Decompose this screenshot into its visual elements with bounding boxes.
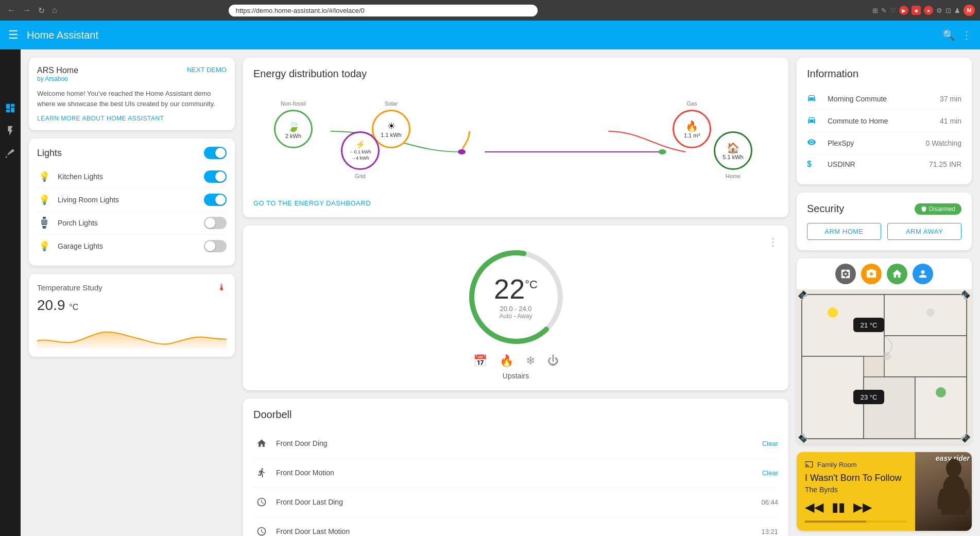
thermostat-dial-container: 22°C 20.0 - 24.0 Auto - Away	[467, 248, 565, 346]
music-progress-bar	[805, 521, 907, 523]
usdinr-value: 71.25 INR	[929, 160, 961, 168]
thermostat-fan-button[interactable]: ❄	[526, 354, 535, 368]
fp-icon-home[interactable]	[887, 264, 907, 284]
back-button[interactable]: ←	[5, 4, 18, 17]
ha-topbar: ☰ Home Assistant 🔍 ⋮	[0, 21, 980, 49]
svg-text:23 °C: 23 °C	[861, 393, 878, 401]
energy-dashboard-link[interactable]: GO TO THE ENERGY DASHBOARD	[253, 199, 778, 207]
sidebar-item-dashboard[interactable]	[1, 99, 20, 117]
music-poster: easy rider	[915, 452, 972, 531]
home-label: Home	[714, 173, 752, 179]
url-bar[interactable]: https://demo.home-assistant.io/#/lovelac…	[229, 5, 538, 16]
nonfossil-label: Non-fossil	[274, 100, 313, 107]
doorbell-motion-clear[interactable]: Clear	[762, 469, 778, 477]
svg-rect-3	[43, 227, 46, 229]
energy-node-grid: ⚡ ←0.1 kWh→4 kWh Grid	[341, 131, 380, 179]
porch-toggle-knob	[205, 218, 215, 228]
svg-point-19	[828, 307, 838, 318]
energy-diagram: Non-fossil 🍃 2 kWh Solar ☀ 1.1 kWh	[253, 90, 778, 193]
thermostat-flame-button[interactable]: 🔥	[500, 354, 513, 368]
sidebar-item-lightning[interactable]	[1, 122, 20, 140]
content-grid: ARS Home by Arsaboo NEXT DEMO Welcome ho…	[29, 58, 972, 536]
living-room-light-toggle[interactable]	[204, 194, 227, 206]
music-next-button[interactable]: ▶▶	[853, 500, 872, 514]
garage-light-icon: 💡	[37, 239, 51, 253]
gas-value: 1.1 m³	[684, 132, 700, 139]
thermostat-menu-button[interactable]: ⋮	[768, 236, 778, 248]
app-title: Home Assistant	[27, 29, 942, 41]
doorbell-ding-name: Front Door Ding	[276, 439, 762, 447]
porch-light-toggle[interactable]	[204, 217, 227, 229]
doorbell-motion-name: Front Door Motion	[276, 469, 762, 477]
more-options-button[interactable]: ⋮	[961, 29, 972, 41]
porch-light-icon	[37, 216, 51, 230]
living-room-toggle-knob	[215, 195, 226, 205]
browser-icon-3: ♡	[890, 7, 896, 14]
refresh-button[interactable]: ↻	[36, 4, 47, 18]
arm-home-button[interactable]: ARM HOME	[807, 223, 881, 240]
doorbell-ding-clear[interactable]: Clear	[762, 440, 778, 447]
demo-subtitle[interactable]: by Arsaboo	[37, 75, 78, 82]
home-button[interactable]: ⌂	[50, 4, 59, 17]
browser-icon-6: ♟	[954, 7, 960, 14]
music-pause-button[interactable]: ▮▮	[832, 500, 845, 514]
music-source: Family Room	[805, 460, 907, 469]
grid-icon: ⚡	[355, 140, 366, 149]
info-item-morning-commute: Morning Commute 37 min	[807, 88, 961, 110]
next-demo-button[interactable]: NEXT DEMO	[187, 66, 227, 74]
energy-title: Energy distribution today	[253, 68, 778, 80]
temp-value: 20.9 °C	[37, 297, 227, 314]
light-item-garage: 💡 Garage Lights	[37, 235, 227, 257]
fp-icon-camera[interactable]	[861, 264, 882, 284]
kitchen-light-toggle[interactable]	[204, 170, 227, 183]
grid-label: Grid	[341, 173, 380, 179]
commute-home-name: Commute to Home	[828, 117, 940, 125]
thermostat-menu-container: ⋮	[253, 236, 778, 248]
morning-commute-name: Morning Commute	[828, 95, 940, 103]
thermostat-power-button[interactable]: ⏻	[547, 354, 559, 368]
floorplan-icons	[797, 258, 972, 289]
temp-chart	[37, 318, 227, 349]
browser-icon-4: ⚙	[936, 7, 942, 14]
search-button[interactable]: 🔍	[942, 29, 955, 41]
arm-away-button[interactable]: ARM AWAY	[887, 223, 961, 240]
sidebar: DU 3	[0, 49, 21, 536]
nonfossil-circle: 🍃 2 kWh	[274, 110, 313, 148]
floorplan-area: 21 °C 23 °C 📷 �	[797, 289, 972, 444]
disarmed-label: Disarmed	[929, 205, 955, 213]
doorbell-title: Doorbell	[253, 409, 778, 421]
energy-node-nonfossil: Non-fossil 🍃 2 kWh	[274, 100, 313, 148]
svg-point-21	[883, 352, 891, 360]
learn-more-link[interactable]: LEARN MORE ABOUT HOME ASSISTANT	[37, 115, 227, 122]
thermostat-schedule-button[interactable]: 📅	[473, 354, 487, 368]
usdinr-name: USDINR	[828, 160, 929, 168]
grid-value: ←0.1 kWh→4 kWh	[349, 149, 371, 161]
user-avatar-browser[interactable]: M	[964, 5, 975, 16]
lights-master-toggle[interactable]	[204, 147, 227, 159]
fp-icon-settings[interactable]	[835, 264, 856, 284]
info-item-plexspy: PlexSpy 0 Watching	[807, 132, 961, 154]
music-card: Family Room I Wasn't Born To Follow The …	[797, 452, 972, 531]
doorbell-last-motion-icon	[253, 523, 270, 536]
info-item-usdinr: $ USDINR 71.25 INR	[807, 154, 961, 174]
music-song-title: I Wasn't Born To Follow	[805, 473, 907, 483]
menu-button[interactable]: ☰	[8, 28, 19, 42]
living-room-light-icon: 💡	[37, 193, 51, 207]
svg-point-4	[458, 149, 466, 154]
garage-light-toggle[interactable]	[204, 240, 227, 252]
doorbell-last-ding-icon	[253, 494, 270, 510]
lights-card: Lights 💡 Kitchen Lights 💡	[29, 139, 235, 266]
sidebar-item-notifications[interactable]	[1, 144, 20, 163]
dollar-icon: $	[807, 160, 821, 169]
doorbell-last-ding-name: Front Door Last Ding	[276, 498, 761, 506]
middle-column: Energy distribution today	[243, 58, 788, 536]
music-inner: Family Room I Wasn't Born To Follow The …	[797, 452, 972, 531]
kitchen-light-icon: 💡	[37, 169, 51, 184]
temp-title: Temperature Study	[37, 283, 102, 292]
forward-button[interactable]: →	[21, 4, 33, 17]
poster-silhouette	[915, 452, 972, 531]
fp-icon-person[interactable]	[913, 264, 933, 284]
music-prev-button[interactable]: ◀◀	[805, 500, 823, 514]
energy-card: Energy distribution today	[243, 58, 788, 217]
browser-icon-2: ✎	[881, 7, 887, 14]
